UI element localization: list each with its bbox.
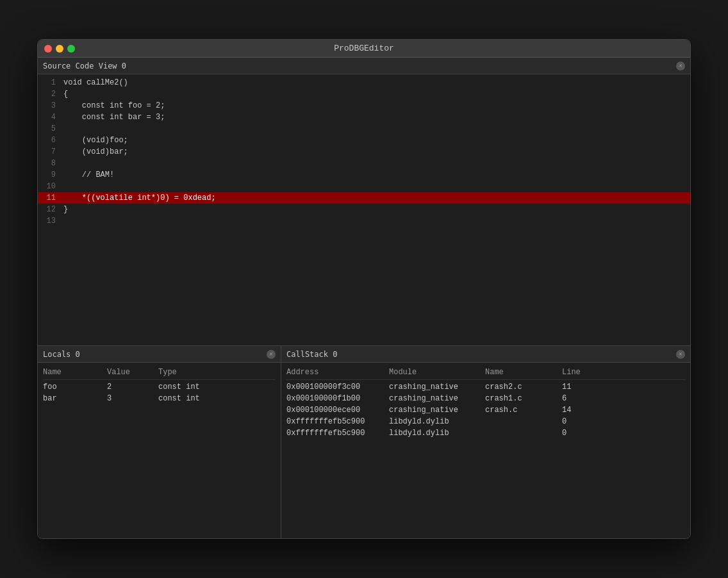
- cs-line: 0: [562, 429, 685, 438]
- locals-col-name: Name: [43, 368, 107, 377]
- cs-col-module: Module: [389, 368, 485, 377]
- local-name: bar: [43, 394, 107, 403]
- locals-panel-close[interactable]: ✕: [267, 350, 276, 359]
- local-type: const int: [158, 383, 276, 392]
- callstack-panel: CallStack 0 ✕ Address Module Name Line 0…: [281, 346, 690, 538]
- line-number: 1: [38, 77, 61, 88]
- locals-table: Name Value Type foo 2 const int bar 3 co…: [38, 363, 281, 407]
- line-number: 12: [38, 204, 61, 215]
- line-content: // BAM!: [61, 169, 690, 181]
- local-type: const int: [158, 394, 276, 403]
- line-number: 11: [38, 192, 61, 204]
- callstack-panel-title: CallStack 0: [286, 350, 337, 359]
- table-row: 0x000100000f3c00 crashing_native crash2.…: [286, 381, 685, 393]
- line-number: 10: [38, 181, 61, 192]
- locals-panel-header: Locals 0 ✕: [38, 346, 281, 363]
- line-number: 6: [38, 135, 61, 146]
- cs-module: libdyld.dylib: [389, 429, 485, 438]
- cs-line: 6: [562, 394, 685, 403]
- cs-address: 0xfffffffefb5c900: [286, 429, 389, 438]
- code-line-4: 4 const int bar = 3;: [38, 111, 690, 123]
- code-line-3: 3 const int foo = 2;: [38, 100, 690, 111]
- cs-address: 0x000100000f1b00: [286, 394, 389, 403]
- locals-rows: foo 2 const int bar 3 const int: [43, 381, 276, 404]
- cs-col-address: Address: [286, 368, 389, 377]
- line-number: 13: [38, 215, 61, 227]
- maximize-button[interactable]: [67, 45, 75, 53]
- cs-address: 0x000100000f3c00: [286, 383, 389, 392]
- line-content: [61, 215, 690, 227]
- line-content: const int bar = 3;: [61, 111, 690, 123]
- source-panel-close[interactable]: ✕: [676, 62, 685, 70]
- cs-line: 0: [562, 417, 685, 426]
- line-content: {: [61, 88, 690, 100]
- code-line-9: 9 // BAM!: [38, 169, 690, 181]
- code-line-8: 8: [38, 158, 690, 169]
- bottom-panels: Locals 0 ✕ Name Value Type foo 2 const i…: [38, 346, 690, 538]
- callstack-panel-close[interactable]: ✕: [676, 350, 685, 359]
- cs-name: [485, 417, 562, 426]
- table-row: foo 2 const int: [43, 381, 276, 393]
- window-controls: [44, 45, 75, 53]
- cs-name: crash1.c: [485, 394, 562, 403]
- line-content: const int foo = 2;: [61, 100, 690, 111]
- title-bar: ProDBGEditor: [38, 40, 690, 58]
- cs-module: libdyld.dylib: [389, 417, 485, 426]
- cs-address: 0xfffffffefb5c900: [286, 417, 389, 426]
- line-content: [61, 123, 690, 135]
- line-number: 9: [38, 169, 61, 181]
- cs-line: 14: [562, 406, 685, 415]
- cs-name: crash.c: [485, 406, 562, 415]
- line-number: 5: [38, 123, 61, 135]
- table-row: 0xfffffffefb5c900 libdyld.dylib 0: [286, 427, 685, 439]
- cs-module: crashing_native: [389, 406, 485, 415]
- callstack-table: Address Module Name Line 0x000100000f3c0…: [281, 363, 690, 442]
- source-panel-title: Source Code View 0: [43, 62, 126, 70]
- code-line-6: 6 (void)foo;: [38, 135, 690, 146]
- line-content: void callMe2(): [61, 77, 690, 88]
- code-line-11: 11 *((volatile int*)0) = 0xdead;: [38, 192, 690, 204]
- window-title: ProDBGEditor: [334, 44, 394, 53]
- line-content: (void)bar;: [61, 146, 690, 158]
- cs-module: crashing_native: [389, 394, 485, 403]
- code-line-1: 1void callMe2(): [38, 77, 690, 88]
- line-content: *((volatile int*)0) = 0xdead;: [61, 192, 690, 204]
- cs-col-name: Name: [485, 368, 562, 377]
- cs-line: 11: [562, 383, 685, 392]
- code-line-10: 10: [38, 181, 690, 192]
- code-area[interactable]: 1void callMe2()2{3 const int foo = 2;4 c…: [38, 74, 690, 345]
- code-line-2: 2{: [38, 88, 690, 100]
- code-line-7: 7 (void)bar;: [38, 146, 690, 158]
- line-number: 7: [38, 146, 61, 158]
- cs-module: crashing_native: [389, 383, 485, 392]
- table-row: 0x000100000ece00 crashing_native crash.c…: [286, 404, 685, 416]
- line-content: [61, 158, 690, 169]
- close-button[interactable]: [44, 45, 52, 53]
- code-line-5: 5: [38, 123, 690, 135]
- line-number: 3: [38, 100, 61, 111]
- cs-address: 0x000100000ece00: [286, 406, 389, 415]
- cs-name: crash2.c: [485, 383, 562, 392]
- line-number: 2: [38, 88, 61, 100]
- code-line-13: 13: [38, 215, 690, 227]
- main-window: ProDBGEditor Source Code View 0 ✕ 1void …: [37, 39, 691, 539]
- cs-name: [485, 429, 562, 438]
- cs-col-line: Line: [562, 368, 685, 377]
- local-value: 3: [107, 394, 158, 403]
- callstack-empty: [281, 442, 690, 538]
- locals-panel-title: Locals 0: [43, 350, 80, 359]
- locals-header-row: Name Value Type: [43, 365, 276, 380]
- minimize-button[interactable]: [56, 45, 63, 53]
- callstack-rows: 0x000100000f3c00 crashing_native crash2.…: [286, 381, 685, 439]
- source-panel-header: Source Code View 0 ✕: [38, 58, 690, 74]
- locals-panel: Locals 0 ✕ Name Value Type foo 2 const i…: [38, 346, 281, 538]
- line-number: 4: [38, 111, 61, 123]
- table-row: 0x000100000f1b00 crashing_native crash1.…: [286, 393, 685, 404]
- local-value: 2: [107, 383, 158, 392]
- locals-empty: [38, 407, 281, 538]
- locals-col-type: Type: [158, 368, 276, 377]
- line-content: [61, 181, 690, 192]
- line-content: }: [61, 204, 690, 215]
- line-number: 8: [38, 158, 61, 169]
- callstack-panel-header: CallStack 0 ✕: [281, 346, 690, 363]
